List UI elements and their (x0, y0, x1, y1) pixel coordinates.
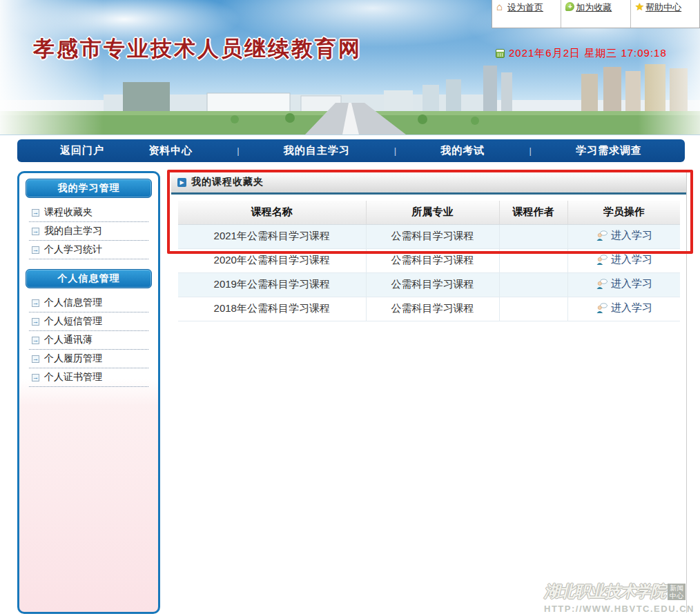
table-column-header: 课程名称 (178, 201, 366, 224)
course-author-cell (499, 248, 567, 272)
sidebar-item-label: 个人通讯薄 (44, 334, 93, 346)
nav-item-survey[interactable]: 学习需求调查 (576, 144, 642, 157)
arrow-box-icon: → (32, 299, 39, 307)
banner-left-fade (0, 0, 104, 135)
watermark-url: HTTP://WWW.HBVTC.EDU.CN (544, 604, 700, 616)
course-major-cell: 公需科目学习课程 (366, 297, 499, 321)
arrow-box-icon: → (32, 355, 39, 363)
home-icon: ⌂ (496, 2, 506, 12)
course-author-cell (499, 272, 567, 297)
nav-separator: | (237, 146, 239, 156)
set-homepage-label: 设为首页 (507, 2, 546, 13)
arrow-box-icon: → (32, 374, 39, 381)
sidebar-item[interactable]: →个人证书管理 (29, 368, 148, 387)
sidebar-item[interactable]: →个人履历管理 (29, 350, 148, 368)
sidebar-item[interactable]: →课程收藏夹 (29, 203, 148, 222)
sidebar-item-label: 个人履历管理 (44, 352, 102, 365)
sidebar-learning-items: →课程收藏夹→我的自主学习→个人学习统计 (19, 202, 158, 264)
course-action-cell: 进入学习 (567, 297, 680, 321)
current-date-text: 2021年6月2日 星期三 17:09:18 (509, 47, 667, 60)
sidebar-section-title-personal: 个人信息管理 (26, 269, 152, 288)
enter-study-link[interactable]: 进入学习 (596, 301, 652, 315)
arrow-box-icon: → (32, 337, 39, 344)
watermark: 湖北职业技术学院 新闻中心 HTTP://WWW.HBVTC.EDU.CN (544, 581, 700, 616)
sidebar-item-label: 个人学习统计 (44, 244, 102, 256)
sidebar-section-title-learning: 我的学习管理 (26, 179, 152, 198)
page: 孝感市专业技术人员继续教育网 ⌂ 设为首页 + 加为收藏 ★ 帮助中心 2021… (0, 0, 700, 616)
arrow-right-icon: ▶ (177, 178, 186, 187)
watermark-college-name: 湖北职业技术学院 (544, 581, 665, 602)
nav-separator: | (529, 146, 531, 156)
table-column-header: 学员操作 (567, 201, 680, 224)
sidebar-item-label: 个人信息管理 (44, 297, 102, 309)
enter-study-label: 进入学习 (611, 253, 652, 266)
panel-title: 我的课程收藏夹 (191, 176, 264, 188)
nav-item-materials[interactable]: 资料中心 (148, 144, 193, 157)
sidebar-item[interactable]: →个人通讯薄 (29, 331, 148, 350)
header-cityscape-image (0, 64, 700, 135)
table-row: 2019年公需科目学习课程公需科目学习课程进入学习 (178, 272, 680, 297)
nav-item-self-study[interactable]: 我的自主学习 (284, 144, 350, 157)
table-row: 2021年公需科目学习课程公需科目学习课程进入学习 (178, 224, 680, 248)
sidebar-item[interactable]: →个人信息管理 (29, 294, 148, 312)
course-major-cell: 公需科目学习课程 (366, 224, 499, 248)
person-speech-icon (596, 255, 607, 266)
set-homepage-link[interactable]: ⌂ 设为首页 (492, 0, 561, 28)
person-speech-icon (596, 279, 607, 290)
enter-study-label: 进入学习 (611, 277, 652, 290)
nav-item-portal[interactable]: 返回门户 (60, 144, 104, 157)
nav-item-my-exams[interactable]: 我的考试 (440, 144, 485, 157)
table-row: 2020年公需科目学习课程公需科目学习课程进入学习 (178, 248, 680, 272)
person-speech-icon (596, 230, 607, 241)
course-major-cell: 公需科目学习课程 (366, 248, 499, 272)
arrow-box-icon: → (32, 246, 39, 254)
arrow-box-icon: → (32, 209, 39, 217)
help-center-label: 帮助中心 (645, 2, 684, 13)
table-row: 2018年公需科目学习课程公需科目学习课程进入学习 (178, 297, 680, 321)
nav-separator: | (394, 146, 396, 156)
star-icon: ★ (635, 2, 644, 12)
course-name-cell: 2019年公需科目学习课程 (178, 272, 366, 297)
date-line: 2021年6月2日 星期三 17:09:18 (496, 47, 667, 60)
arrow-box-icon: → (32, 318, 39, 326)
course-action-cell: 进入学习 (567, 248, 680, 272)
panel-header: ▶ 我的课程收藏夹 (171, 171, 686, 195)
watermark-news-badge: 新闻中心 (668, 584, 686, 600)
course-table-body: 2021年公需科目学习课程公需科目学习课程进入学习2020年公需科目学习课程公需… (178, 224, 680, 321)
course-author-cell (499, 297, 567, 321)
course-major-cell: 公需科目学习课程 (366, 272, 499, 297)
course-favorites-table: 课程名称所属专业课程作者学员操作 2021年公需科目学习课程公需科目学习课程进入… (178, 201, 680, 321)
course-action-cell: 进入学习 (567, 272, 680, 297)
sidebar-item[interactable]: →个人学习统计 (29, 241, 148, 259)
table-column-header: 课程作者 (499, 201, 567, 224)
course-author-cell (499, 224, 567, 248)
course-action-cell: 进入学习 (567, 224, 680, 248)
table-column-header: 所属专业 (366, 201, 499, 224)
sidebar-item-label: 个人证书管理 (44, 371, 102, 384)
enter-study-label: 进入学习 (611, 301, 652, 315)
sidebar-item-label: 个人短信管理 (44, 315, 102, 328)
enter-study-link[interactable]: 进入学习 (596, 277, 652, 290)
enter-study-link[interactable]: 进入学习 (596, 229, 652, 242)
quick-links-bar: ⌂ 设为首页 + 加为收藏 ★ 帮助中心 (492, 0, 700, 28)
course-name-cell: 2021年公需科目学习课程 (178, 224, 366, 248)
enter-study-link[interactable]: 进入学习 (596, 253, 652, 266)
person-speech-icon (596, 303, 607, 314)
sidebar-item[interactable]: →我的自主学习 (29, 222, 148, 241)
main-content: ▶ 我的课程收藏夹 课程名称所属专业课程作者学员操作 2021年公需科目学习课程… (171, 171, 687, 613)
enter-study-label: 进入学习 (611, 229, 652, 242)
sidebar-personal-items: →个人信息管理→个人短信管理→个人通讯薄→个人履历管理→个人证书管理 (19, 292, 158, 391)
sidebar: 我的学习管理 →课程收藏夹→我的自主学习→个人学习统计 个人信息管理 →个人信息… (17, 171, 160, 614)
main-nav: 返回门户 资料中心 | 我的自主学习 | 我的考试 | 学习需求调查 (17, 139, 685, 162)
sidebar-item-label: 我的自主学习 (44, 225, 102, 237)
help-center-link[interactable]: ★ 帮助中心 (631, 0, 699, 28)
add-favorite-link[interactable]: + 加为收藏 (561, 0, 630, 28)
add-favorite-label: 加为收藏 (576, 2, 614, 13)
site-title: 孝感市专业技术人员继续教育网 (33, 34, 362, 63)
calendar-icon (496, 49, 505, 58)
add-favorite-icon: + (565, 2, 574, 11)
sidebar-item[interactable]: →个人短信管理 (29, 312, 148, 331)
table-header-row: 课程名称所属专业课程作者学员操作 (178, 201, 680, 224)
arrow-box-icon: → (32, 228, 39, 235)
sidebar-item-label: 课程收藏夹 (44, 206, 93, 219)
